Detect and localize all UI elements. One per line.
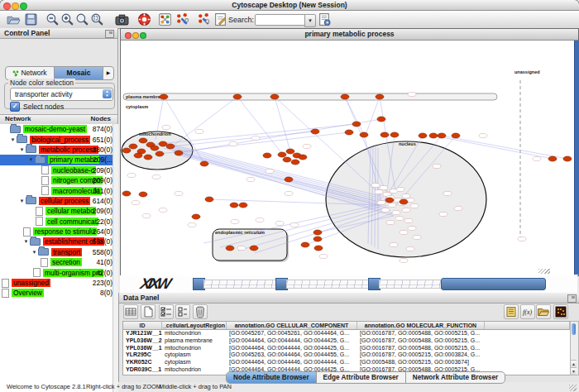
open-attributes-icon[interactable] xyxy=(536,304,551,319)
disclosure-triangle-icon[interactable]: ▼ xyxy=(22,239,30,244)
node-label-oval[interactable] xyxy=(404,218,413,222)
network-edge[interactable] xyxy=(275,97,290,151)
table-cell[interactable]: [GO:0016787, GO:0005488, GO:0005215, G..… xyxy=(357,330,485,337)
node-label-oval[interactable] xyxy=(231,219,239,223)
attribute-select-icon[interactable] xyxy=(123,304,138,319)
node-label-oval[interactable] xyxy=(380,185,388,189)
zoom-window-icon[interactable] xyxy=(20,2,27,10)
network-node[interactable] xyxy=(352,122,361,127)
table-cell[interactable] xyxy=(485,351,570,359)
network-node[interactable] xyxy=(122,191,131,196)
network-edge[interactable] xyxy=(366,97,380,135)
network-node[interactable] xyxy=(175,151,183,155)
table-cell[interactable] xyxy=(485,330,570,337)
node-label-oval[interactable] xyxy=(396,187,404,191)
scroll-up-icon[interactable]: ▲ xyxy=(571,360,577,367)
node-label-oval[interactable] xyxy=(406,246,414,251)
tree-row[interactable]: nucleobase-c209(0) xyxy=(0,165,117,175)
node-label-oval[interactable] xyxy=(246,177,255,181)
node-label-oval[interactable] xyxy=(195,129,203,133)
node-label-oval[interactable] xyxy=(395,216,404,220)
col-go-cellular-component[interactable]: annotation.GO CELLULAR_COMPONENT xyxy=(227,322,357,329)
tree-row[interactable]: mosaic-demo-yeast874(0) xyxy=(0,124,117,134)
node-label-oval[interactable] xyxy=(132,200,140,204)
function-builder-icon[interactable]: f(x) xyxy=(520,304,535,319)
network-node[interactable] xyxy=(250,246,258,251)
node-label-oval[interactable] xyxy=(479,133,487,137)
delete-attribute-icon[interactable] xyxy=(159,304,174,319)
network-node[interactable] xyxy=(314,246,323,251)
network-node[interactable] xyxy=(192,214,200,219)
window-titlebar[interactable]: Cytoscape Desktop (New Session) xyxy=(0,0,579,11)
node-label-oval[interactable] xyxy=(290,222,299,227)
tree-row[interactable]: macromolecule311(0) xyxy=(0,185,117,195)
network-node[interactable] xyxy=(311,129,319,134)
tree-row[interactable]: ▼biological_process651(0) xyxy=(0,134,117,144)
table-cell[interactable]: [GO:0005488, GO:0005215, GO:0003674] xyxy=(357,359,485,366)
network-node[interactable] xyxy=(286,149,294,154)
zoom-in-icon[interactable] xyxy=(60,12,74,26)
tree-row[interactable]: ▼transport558(0) xyxy=(0,247,117,257)
float-panel-icon[interactable] xyxy=(105,30,114,38)
network-node[interactable] xyxy=(270,94,279,99)
node-label-oval[interactable] xyxy=(443,191,452,195)
zoom-fit-icon[interactable] xyxy=(75,12,89,26)
node-label-oval[interactable] xyxy=(319,254,328,258)
table-cell[interactable]: [GO:0045263, GO:0044464, GO:0044455, G..… xyxy=(227,351,357,359)
table-row[interactable]: YKR052Ccytoplasm[GO:0044464, GO:0044446,… xyxy=(123,359,570,366)
network-overview-icon[interactable] xyxy=(158,12,172,26)
network-edge[interactable] xyxy=(172,97,237,146)
node-label-oval[interactable] xyxy=(402,194,410,198)
network-node[interactable] xyxy=(200,161,208,166)
node-label-oval[interactable] xyxy=(275,221,284,225)
network-node[interactable] xyxy=(385,198,394,203)
node-label-oval[interactable] xyxy=(413,235,421,239)
network-node[interactable] xyxy=(301,242,309,247)
tree-row[interactable]: ▼establishment of lo558(0) xyxy=(0,237,117,246)
node-label-oval[interactable] xyxy=(518,237,526,241)
network-node[interactable] xyxy=(376,94,384,99)
node-label-oval[interactable] xyxy=(402,208,410,212)
node-label-oval[interactable] xyxy=(256,218,264,222)
table-cell[interactable]: [GO:0016787, GO:0005488, GO:0005215, G..… xyxy=(357,337,485,345)
float-panel-icon[interactable] xyxy=(567,294,577,303)
col-id[interactable]: ID xyxy=(123,322,162,329)
network-node[interactable] xyxy=(159,141,167,146)
tree-row[interactable]: nitrogen compo209(0) xyxy=(0,175,117,185)
node-label-oval[interactable] xyxy=(439,212,447,216)
help-icon[interactable] xyxy=(137,12,151,26)
network-node[interactable] xyxy=(438,133,446,138)
node-label-oval[interactable] xyxy=(408,226,416,230)
export-network-icon[interactable] xyxy=(197,12,211,26)
table-cell[interactable]: YJR121W__1 xyxy=(123,330,162,337)
network-node[interactable] xyxy=(233,94,242,99)
table-cell[interactable]: [GO:0045267, GO:0045261, GO:0044464, G..… xyxy=(227,330,357,337)
region-mitochondrion[interactable] xyxy=(122,131,193,170)
close-window-icon[interactable] xyxy=(3,2,11,10)
table-cell[interactable]: YPL036W__2 xyxy=(123,337,162,345)
table-row[interactable]: YPL036W__1mitochondrion[GO:0044464, GO:0… xyxy=(123,345,570,352)
table-cell[interactable]: mitochondrion xyxy=(162,345,227,352)
tab-mosaic[interactable]: Mosaic xyxy=(55,67,103,79)
col-cellular-layout-region[interactable]: _cellularLayoutRegion xyxy=(162,322,227,329)
table-cell[interactable]: mitochondrion xyxy=(162,366,227,374)
network-node[interactable] xyxy=(278,152,286,157)
node-label-oval[interactable] xyxy=(285,191,293,195)
node-label-oval[interactable] xyxy=(371,183,380,187)
table-scrollbar[interactable]: ▲ ▼ xyxy=(570,321,579,375)
tree-scrollbar[interactable] xyxy=(112,124,118,392)
network-node[interactable] xyxy=(283,157,291,162)
tree-row[interactable]: Overview8(0) xyxy=(0,288,117,298)
table-cell[interactable]: [GO:0044464, GO:0044444, GO:0044425, G..… xyxy=(227,345,357,352)
more-tabs-icon[interactable]: ▶ xyxy=(103,67,113,79)
search-input[interactable] xyxy=(255,14,308,26)
node-label-oval[interactable] xyxy=(533,156,541,160)
tab-network[interactable]: Network xyxy=(6,67,55,79)
view-resize-grip[interactable] xyxy=(538,269,550,274)
tree-row[interactable]: ▼primary metabo209(... xyxy=(0,155,117,165)
node-label-oval[interactable] xyxy=(188,222,196,227)
network-node[interactable] xyxy=(313,230,322,235)
network-view-titlebar[interactable]: primary metabolic process xyxy=(121,29,578,41)
table-cell[interactable]: [GO:0016787, GO:0005488, GO:0005215, G..… xyxy=(357,345,485,352)
node-label-oval[interactable] xyxy=(266,169,274,173)
